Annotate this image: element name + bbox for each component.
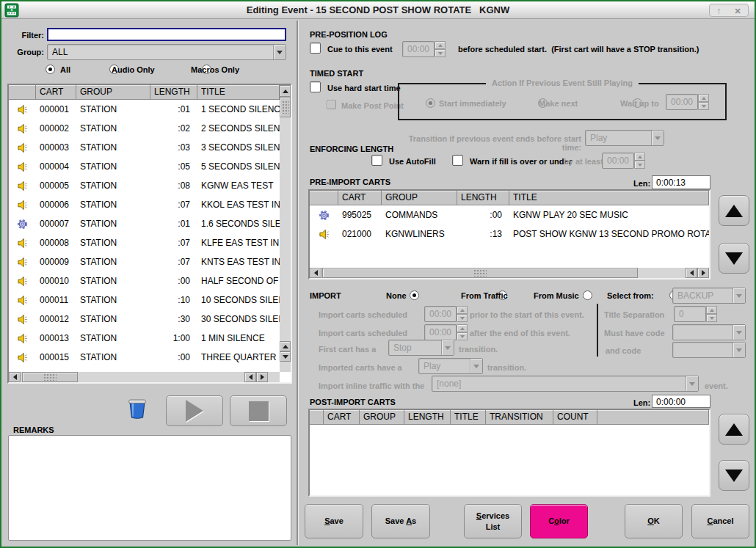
table-row[interactable]: 000010STATION:00HALF SECOND OF [9,271,280,291]
scroll-left-icon[interactable] [244,372,256,382]
title-cell: POST SHOW KGNW 13 SECOND PROMO ROTATION [509,229,709,239]
pre-import-move-up-button[interactable] [719,195,749,226]
post-import-move-down-button[interactable] [719,460,749,491]
group-cell: STATION [76,200,150,210]
table-row[interactable]: 000009STATION:07KNTS EAS TEST IN [9,252,280,271]
library-hscroll-thumb[interactable] [22,372,78,382]
save-as-button[interactable]: Save As [371,504,430,538]
services-list-button[interactable]: Services List [464,504,522,538]
column-header[interactable]: TITLE [509,191,709,205]
column-header[interactable]: GROUP [360,410,404,424]
scroll-down-icon[interactable] [280,351,291,362]
column-header[interactable]: TITLE [451,410,486,424]
first-cart-transition-select: Stop [388,340,454,356]
scroll-left-icon[interactable] [9,372,21,382]
pre-import-move-down-button[interactable] [719,243,749,274]
stop-button[interactable] [230,395,287,426]
spin-down-icon [457,332,468,340]
table-row[interactable]: 000003STATION:033 SECONDS SILENCE [9,138,280,157]
delete-bucket-icon[interactable] [126,396,148,423]
radio-from-music[interactable] [583,291,592,300]
column-header[interactable]: LENGTH [457,191,509,205]
first-cart-label: First cart has a [319,345,376,354]
group-cell: STATION [76,314,150,324]
column-header[interactable]: GROUP [382,191,457,205]
table-row[interactable]: 000015STATION:00THREE QUARTER [9,348,280,367]
chevron-down-icon [470,359,482,373]
cue-to-event-checkbox[interactable] [310,43,321,54]
scroll-right-icon[interactable] [256,372,268,382]
autofill-checkbox[interactable] [371,155,382,166]
library-vscroll-thumb[interactable] [280,97,291,117]
column-header-icon[interactable] [9,85,36,99]
column-header[interactable]: LENGTH [150,85,197,99]
column-header[interactable]: TITLE [197,85,280,99]
table-row[interactable]: 000001STATION:011 SECOND SILENCE [9,100,280,119]
close-icon[interactable] [735,4,741,17]
group-select[interactable]: ALL [47,44,286,60]
table-row[interactable]: 000004STATION:055 SECONDS SILENCE [9,157,280,176]
cart-type-cell [9,314,36,325]
scroll-left-icon[interactable] [310,268,321,278]
table-row[interactable]: 000012STATION:3030 SECONDS SILENCE [9,310,280,329]
down-arrow-icon [725,470,743,482]
scroll-up-icon[interactable] [280,85,291,97]
scroll-right-icon[interactable] [697,268,709,278]
table-row[interactable]: 000002STATION:022 SECONDS SILENCE [9,119,280,138]
table-row[interactable]: 000007STATION:011.6 SECONDS SILENCE [9,214,280,233]
titlebar[interactable]: Editing Event - 15 SECOND POST SHOW ROTA… [1,1,755,19]
table-row[interactable]: 000008STATION:07KLFE EAS TEST IN [9,233,280,252]
filter-input[interactable] [47,28,286,41]
play-button[interactable] [166,395,223,426]
table-row[interactable]: 000013STATION1:001 MIN SILENCE [9,329,280,348]
title-cell: 2 SECONDS SILENCE [197,123,280,134]
sched-after-value: 00:00 [424,324,457,340]
audio-cart-icon [17,276,28,287]
group-label: Group: [9,48,44,56]
column-header-filler [597,410,709,424]
radio-import-none-label: None [386,291,407,300]
table-row[interactable]: 000011STATION:1010 SECONDS SILENCE [9,291,280,310]
column-header-icon[interactable] [310,191,338,205]
warn-fill-checkbox[interactable] [452,155,463,166]
column-header[interactable]: TRANSITION [486,410,553,424]
table-row[interactable]: 000006STATION:07KKOL EAS TEST IN [9,195,280,214]
services-list-button-label1: Services [476,511,509,522]
radio-import-none[interactable] [410,291,419,300]
chevron-down-icon[interactable] [273,45,286,59]
table-row[interactable]: 995025COMMANDS:00KGNW PLAY 20 SEC MUSIC [310,205,709,224]
table-row[interactable]: 000005STATION:08KGNW EAS TEST [9,176,280,195]
length-cell: :02 [150,123,197,134]
post-import-move-up-button[interactable] [719,414,749,445]
color-button[interactable]: Color [530,504,588,538]
column-header[interactable]: LENGTH [404,410,451,424]
spin-up-icon [435,41,446,49]
column-header-icon[interactable] [310,410,324,424]
restore-icon[interactable] [716,4,721,17]
scroll-left-icon[interactable] [686,268,697,278]
ok-button[interactable]: OK [625,504,683,538]
hard-start-checkbox[interactable] [310,81,321,92]
inline-traffic-select: [none] [432,376,699,392]
pre-import-header: CARTGROUPLENGTHTITLE [310,191,709,205]
length-cell: :00 [150,276,197,286]
save-button[interactable]: Save [305,504,363,538]
column-header[interactable]: COUNT [553,410,597,424]
scroll-up-icon[interactable] [280,341,291,351]
pre-import-hscroll-thumb[interactable] [322,268,638,278]
chevron-down-icon [733,288,745,303]
table-row[interactable]: 021000KGNWLINERS:13POST SHOW KGNW 13 SEC… [310,224,709,244]
cart-type-cell [9,219,36,230]
pre-import-len-field[interactable]: 0:00:13 [652,175,710,189]
length-cell: :30 [150,314,197,324]
cancel-button[interactable]: Cancel [691,504,749,538]
radio-all[interactable] [46,65,55,74]
library-vscroll[interactable] [280,85,291,372]
remarks-textarea[interactable] [8,435,291,541]
column-header[interactable]: CART [338,191,382,205]
title-cell: 3 SECONDS SILENCE [197,142,280,153]
column-header[interactable]: CART [36,85,76,99]
column-header[interactable]: GROUP [76,85,150,99]
post-import-len-field[interactable]: 0:00:00 [652,395,710,408]
column-header[interactable]: CART [324,410,360,424]
